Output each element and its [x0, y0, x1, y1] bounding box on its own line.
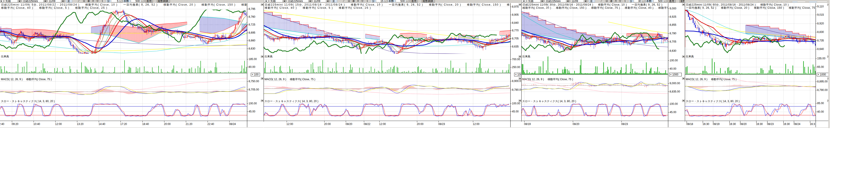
- svg-text:8,780: 8,780: [670, 32, 676, 35]
- svg-text:500: 500: [400, 0, 405, 3]
- svg-text:45.00: 45.00: [670, 111, 676, 114]
- svg-text:16:30: 16:30: [729, 122, 736, 126]
- svg-text:8,630: 8,630: [670, 49, 676, 52]
- svg-text:08/20: 08/20: [345, 122, 352, 126]
- svg-text:1: 1: [624, 0, 626, 2]
- svg-text:02:40: 02:40: [0, 122, 4, 126]
- svg-text:11/09: 11/09: [314, 0, 320, 3]
- svg-text:足: 足: [590, 0, 593, 3]
- svg-text:12:00: 12:00: [379, 122, 386, 126]
- svg-text:MACD( 12, 26, 9 ) 移動平均( Cl: MACD( 12, 26, 9 ) 移動平均( Close, 75 ): [1, 78, 52, 81]
- svg-text:8,780.00: 8,780.00: [512, 88, 523, 91]
- svg-text:100.00: 100.00: [670, 102, 678, 106]
- svg-text:日: 日: [83, 0, 85, 2]
- svg-text:8,835.00: 8,835.00: [670, 90, 680, 93]
- svg-text:× 1000: × 1000: [670, 73, 678, 76]
- svg-text:月: 月: [92, 0, 94, 2]
- svg-text:08/19: 08/19: [524, 122, 531, 126]
- svg-text:分: 分: [630, 0, 632, 3]
- svg-text:分: 分: [107, 0, 110, 3]
- svg-text:MACD( 12, 26, 9 ) 移動平均( Cl: MACD( 12, 26, 9 ) 移動平均( Close, 75 ): [522, 78, 573, 81]
- svg-text:100.00: 100.00: [670, 59, 678, 62]
- svg-text:適用: 適用: [411, 0, 416, 3]
- svg-text:500: 500: [135, 0, 140, 3]
- svg-text:スロー・ストキャスティクス( 14, 3, 80, 20 ): スロー・ストキャスティクス( 14, 3, 80, 20 ): [265, 100, 318, 103]
- svg-text:5: 5: [117, 0, 119, 3]
- svg-text:出来高: 出来高: [522, 55, 530, 58]
- svg-text:155.00: 155.00: [817, 57, 826, 60]
- svg-text:8,635: 8,635: [512, 45, 519, 48]
- svg-text:8,920: 8,920: [817, 22, 824, 25]
- svg-text:08/19: 08/19: [713, 122, 719, 126]
- svg-text:45.00: 45.00: [512, 110, 519, 113]
- svg-text:08/23: 08/23: [438, 122, 445, 126]
- svg-text:月: 月: [615, 0, 617, 2]
- svg-text:1: 1: [102, 0, 103, 2]
- svg-text:11/09: 11/09: [49, 0, 55, 3]
- svg-text:40.00: 40.00: [670, 67, 676, 70]
- svg-text:複数銘柄: 複数銘柄: [423, 0, 433, 3]
- svg-text:9,110: 9,110: [817, 5, 824, 8]
- svg-text:17:20: 17:20: [120, 122, 127, 126]
- svg-text:日経225mini: 日経225mini: [23, 0, 38, 3]
- svg-text:8,750.00: 8,750.00: [249, 80, 259, 83]
- svg-text:日経225mini 11/09( 60分, 2011/08/: 日経225mini 11/09( 60分, 2011/08/16 - 2011/…: [686, 3, 789, 6]
- svg-text:16:30: 16:30: [703, 122, 709, 126]
- svg-text:適用: 適用: [146, 0, 152, 3]
- svg-text:× 100: × 100: [515, 73, 522, 76]
- svg-text:08/20: 08/20: [740, 122, 747, 126]
- svg-text:出来高: 出来高: [265, 55, 273, 58]
- svg-text:スロー・ストキャスティクス( 14, 3, 80, 20 ): スロー・ストキャスティクス( 14, 3, 80, 20 ): [686, 100, 740, 103]
- svg-text:日: 日: [606, 0, 608, 2]
- svg-text:8,900.00: 8,900.00: [512, 80, 523, 83]
- svg-text:複数銘柄: 複数銘柄: [158, 0, 168, 3]
- svg-text:65.00: 65.00: [817, 65, 824, 68]
- svg-text:08/23: 08/23: [621, 122, 628, 126]
- svg-text:100.00: 100.00: [249, 102, 257, 105]
- svg-text:MACD( 12, 26, 9 ) 移動平均( Cl: MACD( 12, 26, 9 ) 移動平均( Close, 75 ): [265, 78, 315, 81]
- svg-text:250.00: 250.00: [512, 66, 520, 69]
- svg-text:85.00: 85.00: [817, 102, 824, 105]
- svg-text:08/23: 08/23: [767, 122, 774, 126]
- svg-text:移動平均( Close, 40 ) 移動平均( Cl: 移動平均( Close, 40 ) 移動平均( Close, 5 ) 移動平均(…: [1, 6, 107, 9]
- svg-text:MACD( 12, 26, 9 ) 移動平均( Cl: MACD( 12, 26, 9 ) 移動平均( Close, 75 ): [686, 78, 737, 81]
- svg-text:分: 分: [372, 0, 375, 3]
- svg-text:20:00: 20:00: [164, 122, 170, 126]
- svg-text:500: 500: [658, 0, 663, 3]
- svg-text:日経225mini: 日経225mini: [288, 0, 303, 3]
- svg-text:16:3: 16:3: [810, 122, 815, 126]
- svg-text:8,695: 8,695: [249, 31, 255, 34]
- svg-text:8,705: 8,705: [670, 40, 676, 43]
- svg-text:足: 足: [332, 0, 335, 3]
- svg-text:185.00: 185.00: [249, 58, 257, 61]
- svg-text:週: 週: [352, 0, 355, 2]
- svg-text:8,790.00: 8,790.00: [817, 88, 828, 92]
- svg-text:08/18: 08/18: [686, 122, 693, 126]
- svg-text:21:20: 21:20: [186, 122, 192, 126]
- svg-text:08/20: 08/20: [572, 122, 579, 126]
- svg-text:8,660: 8,660: [249, 39, 255, 42]
- svg-text:分: 分: [619, 0, 621, 2]
- svg-text:12:00: 12:00: [473, 122, 479, 126]
- svg-text:月: 月: [357, 0, 359, 2]
- svg-text:8,795: 8,795: [249, 7, 255, 10]
- svg-text:11/09: 11/09: [571, 0, 578, 3]
- svg-text:出来高: 出来高: [1, 55, 9, 58]
- svg-text:本数: 本数: [646, 0, 652, 3]
- svg-text:20:00: 20:00: [417, 122, 424, 126]
- svg-text:16:30: 16:30: [756, 122, 763, 126]
- svg-text:8,830: 8,830: [817, 30, 824, 34]
- svg-text:16:30: 16:30: [783, 122, 790, 126]
- svg-text:8,630: 8,630: [249, 47, 255, 50]
- svg-text:分: 分: [361, 0, 364, 2]
- svg-text:出来高: 出来高: [686, 55, 694, 58]
- svg-text:8,840: 8,840: [512, 21, 519, 24]
- svg-text:08/24: 08/24: [794, 122, 800, 126]
- svg-text:9,000: 9,000: [670, 7, 676, 10]
- svg-text:22:40: 22:40: [207, 122, 214, 126]
- svg-text:8,640: 8,640: [817, 48, 824, 51]
- svg-text:45.00: 45.00: [249, 110, 255, 113]
- svg-text:8,905: 8,905: [512, 13, 519, 16]
- svg-text:08/22: 08/22: [364, 122, 370, 126]
- svg-text:700.00: 700.00: [512, 58, 520, 61]
